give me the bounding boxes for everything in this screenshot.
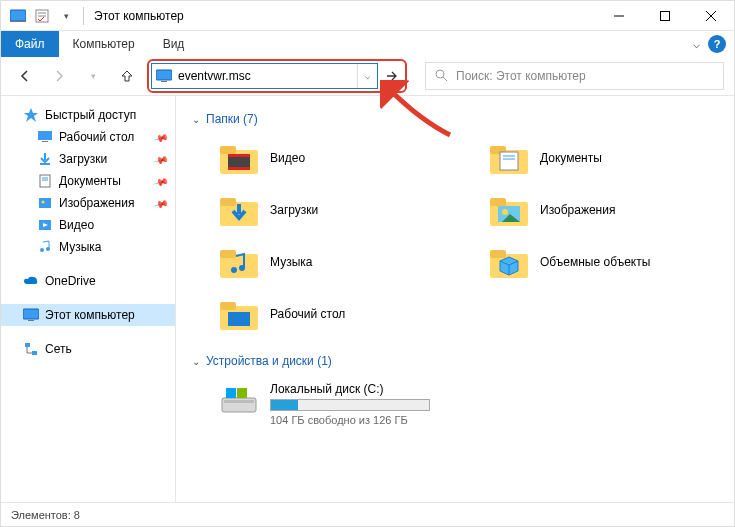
menu-bar: Файл Компьютер Вид ⌵ ? xyxy=(1,31,734,57)
pictures-icon xyxy=(37,195,53,211)
address-bar[interactable]: ⌵ xyxy=(151,63,378,89)
sidebar-item-quickaccess[interactable]: Быстрый доступ xyxy=(1,104,175,126)
sidebar-item-documents[interactable]: Документы 📌 xyxy=(1,170,175,192)
sidebar-item-pictures[interactable]: Изображения 📌 xyxy=(1,192,175,214)
folder-label: Объемные объекты xyxy=(540,255,650,269)
svg-rect-9 xyxy=(156,70,172,80)
search-box[interactable]: Поиск: Этот компьютер xyxy=(425,62,724,90)
sidebar-item-network[interactable]: Сеть xyxy=(1,338,175,360)
system-menu-icon[interactable] xyxy=(7,5,29,27)
status-bar: Элементов: 8 xyxy=(1,502,734,526)
search-icon xyxy=(434,68,448,85)
sidebar-label: Документы xyxy=(59,174,121,188)
svg-rect-29 xyxy=(32,351,37,355)
content-pane: ⌄ Папки (7) Видео Документы Загрузки Изо… xyxy=(176,96,734,502)
sidebar-label: Сеть xyxy=(45,342,72,356)
folder-desktop[interactable]: Рабочий стол xyxy=(214,292,464,336)
computer-menu[interactable]: Компьютер xyxy=(59,31,149,57)
sidebar-item-thispc[interactable]: Этот компьютер xyxy=(1,304,175,326)
forward-button[interactable] xyxy=(45,62,73,90)
address-input[interactable] xyxy=(176,69,357,83)
svg-point-11 xyxy=(436,70,444,78)
drive-name: Локальный диск (C:) xyxy=(270,382,430,396)
sidebar-label: Изображения xyxy=(59,196,134,210)
folders-group-header[interactable]: ⌄ Папки (7) xyxy=(192,112,718,126)
maximize-button[interactable] xyxy=(642,1,688,31)
svg-line-12 xyxy=(443,77,447,81)
qat-dropdown-icon[interactable]: ▾ xyxy=(55,5,77,27)
status-text: Элементов: 8 xyxy=(11,509,80,521)
svg-point-45 xyxy=(502,209,508,215)
sidebar-label: Рабочий стол xyxy=(59,130,134,144)
view-menu[interactable]: Вид xyxy=(149,31,199,57)
pin-icon: 📌 xyxy=(153,195,169,211)
folder-label: Изображения xyxy=(540,203,615,217)
drive-c[interactable]: Локальный диск (C:) 104 ГБ свободно из 1… xyxy=(214,378,718,430)
sidebar-item-music[interactable]: Музыка xyxy=(1,236,175,258)
sidebar-item-desktop[interactable]: Рабочий стол 📌 xyxy=(1,126,175,148)
recent-dropdown[interactable]: ▾ xyxy=(79,62,107,90)
pin-icon: 📌 xyxy=(153,151,169,167)
folder-label: Видео xyxy=(270,151,305,165)
svg-rect-27 xyxy=(28,320,34,321)
close-button[interactable] xyxy=(688,1,734,31)
window-title: Этот компьютер xyxy=(94,9,184,23)
folder-icon xyxy=(488,140,530,176)
folder-label: Музыка xyxy=(270,255,312,269)
svg-rect-0 xyxy=(10,10,26,21)
up-button[interactable] xyxy=(113,62,141,90)
quick-access-toolbar: ▾ xyxy=(7,5,77,27)
svg-rect-59 xyxy=(228,312,250,326)
svg-rect-14 xyxy=(38,131,52,140)
window-controls xyxy=(596,1,734,31)
help-icon[interactable]: ? xyxy=(708,35,726,53)
go-button[interactable] xyxy=(380,63,403,89)
sidebar-label: Видео xyxy=(59,218,94,232)
minimize-button[interactable] xyxy=(596,1,642,31)
pin-icon: 📌 xyxy=(153,173,169,189)
folder-icon xyxy=(218,140,260,176)
svg-rect-6 xyxy=(661,11,670,20)
folder-videos[interactable]: Видео xyxy=(214,136,464,180)
ribbon-expand-icon[interactable]: ⌵ xyxy=(693,37,700,51)
desktop-icon xyxy=(37,129,53,145)
drive-icon xyxy=(218,382,260,418)
drive-usage-bar xyxy=(270,399,430,411)
svg-rect-15 xyxy=(42,141,48,142)
sidebar-label: Загрузки xyxy=(59,152,107,166)
address-bar-highlight: ⌵ xyxy=(147,59,407,93)
svg-point-25 xyxy=(46,247,50,251)
folder-3d-objects[interactable]: Объемные объекты xyxy=(484,240,734,284)
address-history-dropdown[interactable]: ⌵ xyxy=(357,64,377,88)
folder-label: Рабочий стол xyxy=(270,307,345,321)
search-placeholder: Поиск: Этот компьютер xyxy=(456,69,586,83)
folder-pictures[interactable]: Изображения xyxy=(484,188,734,232)
svg-rect-10 xyxy=(161,81,167,82)
navigation-pane: Быстрый доступ Рабочий стол 📌 Загрузки 📌… xyxy=(1,96,176,502)
music-icon xyxy=(37,239,53,255)
folder-downloads[interactable]: Загрузки xyxy=(214,188,464,232)
documents-icon xyxy=(37,173,53,189)
back-button[interactable] xyxy=(11,62,39,90)
folder-music[interactable]: Музыка xyxy=(214,240,464,284)
svg-rect-26 xyxy=(23,309,39,319)
svg-point-49 xyxy=(231,267,237,273)
folder-documents[interactable]: Документы xyxy=(484,136,734,180)
body: Быстрый доступ Рабочий стол 📌 Загрузки 📌… xyxy=(1,95,734,502)
folder-label: Загрузки xyxy=(270,203,318,217)
sidebar-item-downloads[interactable]: Загрузки 📌 xyxy=(1,148,175,170)
folder-icon xyxy=(218,244,260,280)
folders-grid: Видео Документы Загрузки Изображения Муз… xyxy=(214,136,718,336)
sidebar-item-videos[interactable]: Видео xyxy=(1,214,175,236)
videos-icon xyxy=(37,217,53,233)
drives-group-header[interactable]: ⌄ Устройства и диски (1) xyxy=(192,354,718,368)
file-menu[interactable]: Файл xyxy=(1,31,59,57)
svg-rect-48 xyxy=(220,250,236,258)
svg-rect-62 xyxy=(226,388,236,398)
properties-icon[interactable] xyxy=(31,5,53,27)
svg-rect-52 xyxy=(490,250,506,258)
svg-rect-33 xyxy=(228,154,250,157)
sidebar-item-onedrive[interactable]: OneDrive xyxy=(1,270,175,292)
svg-point-50 xyxy=(239,265,245,271)
svg-rect-63 xyxy=(237,388,247,398)
